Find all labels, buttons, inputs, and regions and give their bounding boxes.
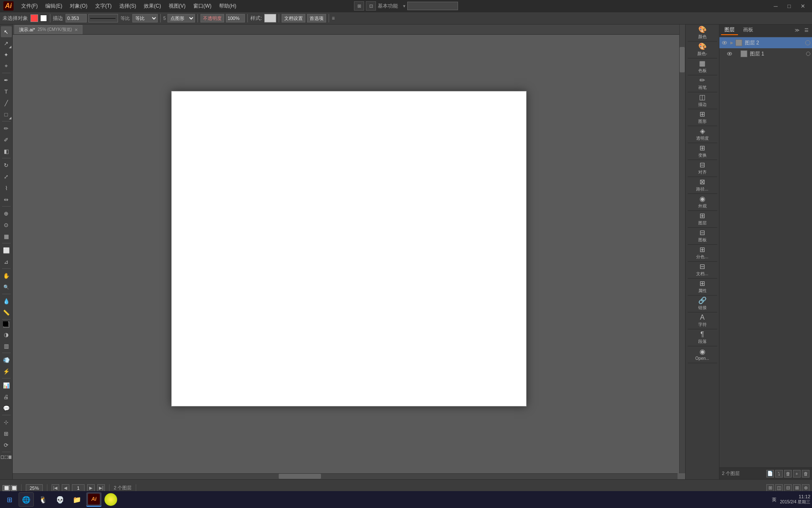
tool-pen[interactable]: ✒ [1,75,12,86]
menu-effect[interactable]: 效果(C) [140,1,165,11]
minimize-button[interactable]: ─ [770,0,782,12]
tool-chart[interactable]: 📊 [1,380,12,391]
tool-warp[interactable]: ⌇ [1,182,12,193]
menu-object[interactable]: 对象(O) [66,1,91,11]
layer1-lock[interactable] [800,51,805,56]
grid-btn[interactable]: ⊟ [784,484,792,492]
tool-magic-wand[interactable]: ✦ [1,49,12,60]
panel-links-btn[interactable]: 🔗 链接 [688,295,717,312]
doc-setup-btn[interactable]: 文档设置 [282,14,305,22]
layer1-target[interactable] [806,52,810,56]
draw-behind[interactable] [5,456,8,459]
panel-graphic-styles-btn[interactable]: ⊞ 图形 [688,109,717,126]
menu-edit[interactable]: 编辑(E) [42,1,66,11]
panel-paragraph-btn[interactable]: ¶ 段落 [688,329,717,346]
input-lang[interactable]: 英 [772,497,776,503]
stroke-square[interactable] [3,322,9,328]
h-scrollbar-thumb[interactable] [279,474,321,479]
panel-menu-btn[interactable]: ☰ [803,27,810,34]
draw-clip[interactable] [8,456,11,459]
create-sublayer-btn[interactable]: 📄 [766,470,774,478]
panel-transform-btn[interactable]: ⊞ 变换 [688,143,717,160]
tool-rotate[interactable]: ↻ [1,160,12,171]
panel-brushes-btn[interactable]: ✏ 画笔 [688,75,717,92]
tool-eraser[interactable]: ◧ [1,146,12,157]
last-page-btn[interactable]: ▶| [97,484,105,492]
tool-scale[interactable]: ⤢ [1,171,12,182]
tool-brush[interactable]: ✏ [1,123,12,134]
shape-dropdown[interactable]: 点图形 [167,14,195,22]
search-input[interactable] [407,2,458,10]
tool-graph[interactable]: ▦ [1,231,12,242]
prefs-btn[interactable]: 首选项 [307,14,326,22]
panel-color2-btn[interactable]: 🎨 颜色- [688,41,717,58]
tool-knife[interactable]: ⚡ [1,366,12,377]
guide-btn[interactable]: ⊕ [802,484,809,492]
v-scrollbar[interactable] [679,25,685,473]
tool-align-tool[interactable]: ⊞ [1,428,12,439]
menu-view[interactable]: 视图(V) [165,1,189,11]
close-button[interactable]: ✕ [797,0,809,12]
page-input[interactable] [72,484,85,492]
tool-lasso[interactable]: ⌖ [1,61,12,72]
panel-swatches-btn[interactable]: ▦ 色板 [688,58,717,75]
menu-file[interactable]: 文件(F) [18,1,41,11]
panel-color-btn[interactable]: 🎨 颜色 [688,25,717,41]
panel-character-btn[interactable]: A 字符 [688,312,717,329]
panel-transparency-btn[interactable]: ◈ 透明度 [688,126,717,143]
taskbar-star[interactable] [103,492,118,507]
stroke-swatch[interactable] [40,14,47,22]
tool-mesh[interactable]: ▥ [1,340,12,351]
layer-item-2[interactable]: ▶ 图层 2 [719,37,812,48]
question-btn[interactable]: ≡ [332,15,335,21]
stroke-style-dropdown[interactable]: 等比 [132,14,158,22]
tool-select[interactable]: ↖ [1,26,12,37]
tool-comment[interactable]: 💬 [1,403,12,414]
toolbar-icon2[interactable]: ⊡ [366,1,376,11]
tab-close-btn[interactable]: ✕ [74,28,78,32]
delete-selected-btn[interactable]: 🗑 [802,470,809,478]
layer2-target[interactable] [805,40,810,45]
new-layer-btn[interactable]: + [793,470,801,478]
zoom-input[interactable] [26,484,43,492]
panel-expand-btn[interactable]: ≫ [793,27,801,34]
layer-item-1[interactable]: ▶ 图层 1 [719,48,812,59]
draw-normal[interactable] [1,456,4,459]
taskbar-app1[interactable]: 💀 [52,492,68,507]
next-page-btn[interactable]: ▶ [87,484,95,492]
tool-pencil[interactable]: ✐ [1,134,12,145]
tool-line[interactable]: ╱ [1,97,12,108]
canvas-viewport[interactable] [13,35,685,479]
tool-gradient[interactable]: ◑ [1,329,12,340]
v-scrollbar-thumb[interactable] [680,47,685,72]
panel-artboards-btn[interactable]: ⊟ 图板 [688,228,717,245]
first-page-btn[interactable]: |◀ [52,484,59,492]
toolbar-icon1[interactable]: ⊞ [354,1,364,11]
tool-direct-select[interactable]: ↗ [1,38,12,49]
tool-artboard[interactable]: ⬜ [1,245,12,256]
panel-align-btn[interactable]: ⊟ 对齐 [688,160,717,177]
layer2-lock[interactable] [799,40,804,45]
panel-opentype-btn[interactable]: ◉ Open... [688,346,717,363]
tool-zoom[interactable]: 🔍 [1,282,12,293]
panel-separations-btn[interactable]: ⊞ 分色... [688,245,717,262]
menu-help[interactable]: 帮助(H) [216,1,240,11]
ruler-btn[interactable]: ⊠ [793,484,801,492]
tool-slice[interactable]: ⊿ [1,256,12,267]
panel-pathfinder-btn[interactable]: ⊠ 路径... [688,177,717,194]
tool-rect[interactable]: □ [1,109,12,120]
snap-btn[interactable]: ⊞ [766,484,774,492]
tool-print[interactable]: 🖨 [1,391,12,402]
delete-layer-btn[interactable]: 🗑 [784,470,792,478]
start-button[interactable]: ⊞ [2,492,17,507]
taskbar-clock[interactable]: 11:12 2015/2/4 星期三 [780,494,810,505]
taskbar-ai[interactable]: Ai [86,492,102,507]
taskbar-ie[interactable]: 🌐 [19,492,34,507]
tool-spray[interactable]: 💨 [1,354,12,365]
fill-swatch[interactable] [30,14,38,22]
tool-width[interactable]: ⇔ [1,194,12,205]
prev-page-btn[interactable]: ◀ [62,484,69,492]
panel-docinfo-btn[interactable]: ⊟ 文档... [688,262,717,279]
tab-layers[interactable]: 图层 [721,25,738,35]
layer2-visibility[interactable] [721,39,728,46]
